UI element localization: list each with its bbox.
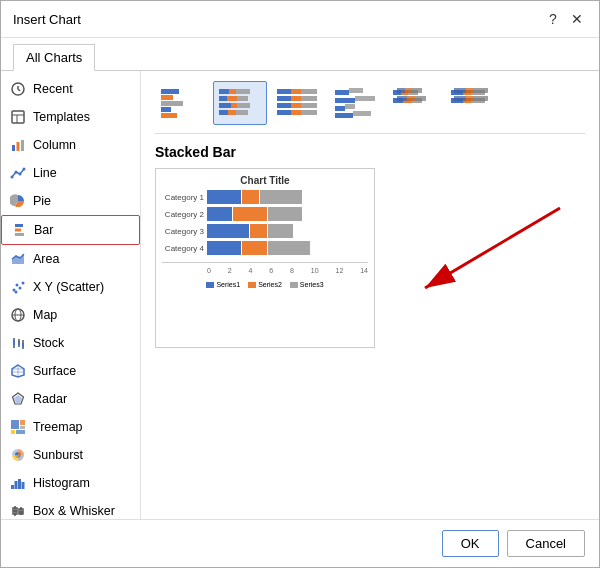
sidebar-item-treemap[interactable]: Treemap xyxy=(1,413,140,441)
svg-rect-108 xyxy=(405,88,412,93)
variant-3d-stacked-bar[interactable] xyxy=(387,81,441,125)
selected-chart-label: Stacked Bar xyxy=(155,144,585,160)
svg-point-10 xyxy=(23,168,26,171)
svg-point-9 xyxy=(19,173,22,176)
bar-segments-3 xyxy=(207,241,310,255)
chart-preview-area: Chart Title Category 1Category 2Category… xyxy=(155,168,585,509)
close-button[interactable]: ✕ xyxy=(567,9,587,29)
bar-segment-3-2 xyxy=(268,241,310,255)
variant-3d-clustered-bar[interactable] xyxy=(329,81,383,125)
stock-icon xyxy=(9,334,27,352)
svg-rect-73 xyxy=(229,89,236,94)
sidebar-item-radar[interactable]: Radar xyxy=(1,385,140,413)
svg-rect-125 xyxy=(454,96,466,101)
svg-rect-77 xyxy=(237,96,248,101)
insert-chart-dialog: Insert Chart ? ✕ All Charts RecentTempla… xyxy=(0,0,600,568)
sidebar-item-label-recent: Recent xyxy=(33,82,73,96)
svg-line-129 xyxy=(425,208,560,288)
area-icon xyxy=(9,250,27,268)
svg-rect-75 xyxy=(219,96,227,101)
bar-segment-0-0 xyxy=(207,190,241,204)
sidebar-item-map[interactable]: Map xyxy=(1,301,140,329)
sidebar-item-line[interactable]: Line xyxy=(1,159,140,187)
svg-rect-84 xyxy=(277,89,291,94)
bar-segment-2-2 xyxy=(268,224,293,238)
svg-rect-67 xyxy=(161,89,179,94)
sidebar-item-stock[interactable]: Stock xyxy=(1,329,140,357)
svg-rect-99 xyxy=(355,96,375,101)
axis-numbers: 02468101214 xyxy=(162,267,368,274)
svg-rect-86 xyxy=(301,89,317,94)
legend-item-1: Series2 xyxy=(248,281,282,288)
svg-rect-6 xyxy=(21,140,24,151)
sidebar-item-templates[interactable]: Templates xyxy=(1,103,140,131)
sidebar-item-label-box-whisker: Box & Whisker xyxy=(33,504,115,518)
sidebar-item-column[interactable]: Column xyxy=(1,131,140,159)
variant-clustered-bar[interactable] xyxy=(155,81,209,125)
svg-marker-34 xyxy=(15,396,22,403)
bar-label-2: Category 3 xyxy=(162,227,204,236)
svg-rect-79 xyxy=(231,103,237,108)
preview-chart-title: Chart Title xyxy=(162,175,368,186)
bar-row-0: Category 1 xyxy=(162,190,368,204)
sidebar-item-area[interactable]: Area xyxy=(1,245,140,273)
svg-rect-83 xyxy=(236,110,248,115)
bar-label-0: Category 1 xyxy=(162,193,204,202)
svg-point-7 xyxy=(11,176,14,179)
templates-icon xyxy=(9,108,27,126)
svg-rect-41 xyxy=(11,485,14,489)
content-area: RecentTemplatesColumnLinePieBarAreaX Y (… xyxy=(1,71,599,519)
svg-rect-39 xyxy=(16,430,25,434)
sidebar-item-pie[interactable]: Pie xyxy=(1,187,140,215)
ok-button[interactable]: OK xyxy=(442,530,499,557)
sidebar-item-recent[interactable]: Recent xyxy=(1,75,140,103)
bar-segment-2-0 xyxy=(207,224,249,238)
map-icon xyxy=(9,306,27,324)
sidebar-item-sunburst[interactable]: Sunburst xyxy=(1,441,140,469)
svg-rect-92 xyxy=(301,103,317,108)
svg-rect-120 xyxy=(466,88,474,93)
sidebar-item-label-templates: Templates xyxy=(33,110,90,124)
svg-rect-93 xyxy=(277,110,291,115)
svg-point-18 xyxy=(22,282,25,285)
svg-rect-102 xyxy=(335,113,353,118)
svg-rect-100 xyxy=(335,106,345,111)
sidebar-item-xy-scatter[interactable]: X Y (Scatter) xyxy=(1,273,140,301)
line-icon xyxy=(9,164,27,182)
svg-rect-43 xyxy=(18,479,21,489)
svg-rect-35 xyxy=(11,420,19,429)
recent-icon xyxy=(9,80,27,98)
column-icon xyxy=(9,136,27,154)
svg-rect-72 xyxy=(219,89,229,94)
svg-rect-95 xyxy=(301,110,317,115)
chart-variants-row xyxy=(155,81,585,134)
sunburst-icon xyxy=(9,446,27,464)
bar-segment-2-1 xyxy=(250,224,267,238)
footer-bar: OK Cancel xyxy=(1,519,599,567)
svg-rect-113 xyxy=(397,96,407,101)
tab-all-charts[interactable]: All Charts xyxy=(13,44,95,71)
svg-rect-94 xyxy=(291,110,301,115)
sidebar-item-histogram[interactable]: Histogram xyxy=(1,469,140,497)
variant-100-stacked-bar[interactable] xyxy=(271,81,325,125)
svg-rect-90 xyxy=(277,103,291,108)
sidebar-item-label-radar: Radar xyxy=(33,392,67,406)
sidebar-item-label-map: Map xyxy=(33,308,57,322)
svg-rect-81 xyxy=(219,110,228,115)
bar-icon xyxy=(10,221,28,239)
sidebar-item-label-line: Line xyxy=(33,166,57,180)
svg-rect-114 xyxy=(407,96,415,101)
sidebar-item-box-whisker[interactable]: Box & Whisker xyxy=(1,497,140,519)
help-button[interactable]: ? xyxy=(543,9,563,29)
sidebar-item-bar[interactable]: Bar xyxy=(1,215,140,245)
legend-item-2: Series3 xyxy=(290,281,324,288)
variant-stacked-bar[interactable] xyxy=(213,81,267,125)
svg-rect-42 xyxy=(15,481,18,489)
svg-rect-12 xyxy=(15,229,21,232)
sidebar-item-surface[interactable]: Surface xyxy=(1,357,140,385)
cancel-button[interactable]: Cancel xyxy=(507,530,585,557)
variant-3d-100-stacked-bar[interactable] xyxy=(445,81,499,125)
svg-rect-82 xyxy=(228,110,236,115)
sidebar-item-label-histogram: Histogram xyxy=(33,476,90,490)
sidebar-item-label-sunburst: Sunburst xyxy=(33,448,83,462)
